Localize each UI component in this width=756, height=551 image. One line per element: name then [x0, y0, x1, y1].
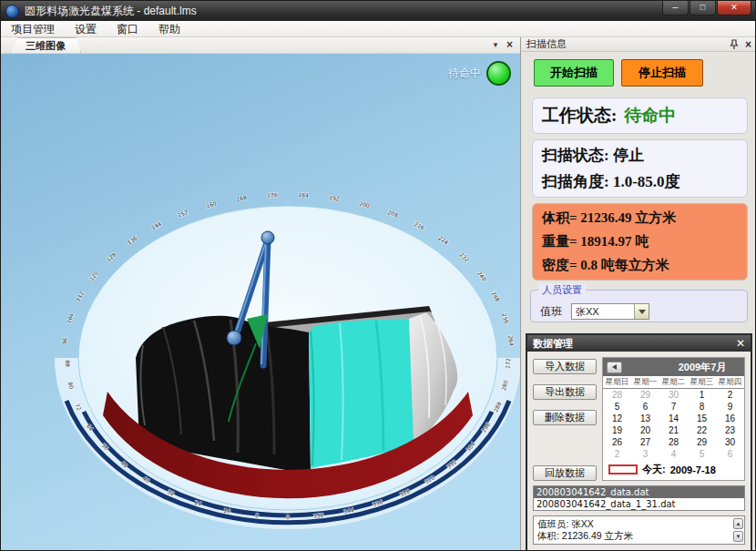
close-button[interactable]: ✕ — [717, 1, 751, 15]
stop-scan-button[interactable]: 停止扫描 — [621, 59, 703, 87]
window-title: 圆形料场激光盘煤系统 - default.lms — [25, 4, 661, 19]
angle-tick-label: 272 — [505, 358, 512, 369]
calendar-day[interactable]: 20 — [631, 424, 659, 436]
titlebar: 圆形料场激光盘煤系统 - default.lms ─ □ ✕ — [1, 1, 755, 21]
calendar-day[interactable]: 3 — [631, 448, 659, 460]
calendar-weekday: 星期三 — [688, 376, 716, 388]
calendar-day[interactable]: 6 — [631, 401, 659, 413]
data-panel-close-icon[interactable]: ✕ — [736, 338, 745, 349]
tab-list-dropdown-icon[interactable]: ▼ — [492, 41, 499, 49]
calendar-day[interactable]: 29 — [688, 436, 716, 448]
calendar-day[interactable]: 30 — [716, 436, 744, 448]
volume-line: 体积= 21236.49 立方米 — [542, 209, 738, 227]
import-data-button[interactable]: 导入数据 — [533, 359, 597, 374]
personnel-title: 人员设置 — [538, 283, 586, 297]
calendar-day[interactable]: 28 — [603, 389, 631, 401]
calendar-day[interactable]: 7 — [744, 448, 745, 460]
scan-info-panel: 扫描信息 × 开始扫描 停止扫描 工作状态: 待命中 扫描状态: 停止 扫描角度… — [520, 37, 756, 551]
calendar-day[interactable]: 10 — [744, 401, 745, 413]
viewport-status-text: 待命中 — [448, 66, 481, 81]
calendar-day[interactable]: 30 — [659, 389, 688, 401]
menu-settings[interactable]: 设置 — [65, 21, 107, 36]
calendar-weekday: 星期一 — [631, 376, 659, 388]
calendar-day[interactable]: 19 — [603, 424, 631, 436]
calendar-day[interactable]: 9 — [716, 401, 744, 413]
angle-tick-label: 352 — [313, 512, 324, 519]
scroll-up-button[interactable]: ▲ — [733, 518, 743, 529]
data-management-panel: 数据管理 ✕ 导入数据 导出数据 删除数据 回放数据 — [526, 333, 752, 551]
calendar-day[interactable]: 23 — [716, 424, 744, 436]
calendar-day[interactable]: 2 — [716, 389, 744, 401]
app-window: 圆形料场激光盘煤系统 - default.lms ─ □ ✕ 项目管理 设置 窗… — [0, 0, 756, 551]
today-label: 今天: — [642, 463, 666, 476]
duty-person-select[interactable]: 张XX — [571, 303, 649, 320]
calendar-day[interactable]: 31 — [744, 436, 745, 448]
calendar[interactable]: 2009年7月 星期日星期一星期二星期三星期四星期五星期六 2829301234… — [602, 357, 745, 481]
tab-3d-image[interactable]: 三维图像 — [10, 37, 81, 53]
data-file-item[interactable]: 200803041642_data.dat — [534, 486, 744, 498]
calendar-day[interactable]: 6 — [716, 448, 744, 460]
scan-angle-line: 扫描角度: 1.0-85.0度 — [542, 171, 738, 192]
today-marker-box — [608, 464, 638, 474]
3d-scene[interactable]: 0816243240485664728088961041121201281361… — [1, 54, 520, 551]
calendar-day[interactable]: 7 — [659, 401, 688, 413]
calendar-day[interactable]: 8 — [688, 401, 716, 413]
angle-tick-label: 0 — [286, 514, 290, 520]
menu-help[interactable]: 帮助 — [148, 21, 190, 36]
scroll-down-button[interactable]: ▼ — [733, 531, 743, 542]
calendar-weekday: 星期五 — [744, 376, 745, 388]
panel-close-icon[interactable]: × — [745, 38, 751, 51]
work-status-value: 待命中 — [624, 104, 676, 128]
pin-icon[interactable] — [730, 39, 739, 50]
calendar-day[interactable]: 4 — [659, 448, 688, 460]
replay-data-button[interactable]: 回放数据 — [533, 465, 597, 481]
chevron-down-icon[interactable] — [634, 304, 649, 319]
calendar-grid: 2829301234567891011121314151617181920212… — [603, 389, 745, 460]
calendar-day[interactable]: 29 — [631, 389, 659, 401]
start-scan-button[interactable]: 开始扫描 — [534, 59, 614, 87]
calendar-today-row: 今天: 2009-7-18 — [603, 460, 745, 476]
calendar-day[interactable]: 17 — [744, 413, 745, 424]
minimize-button[interactable]: ─ — [662, 1, 689, 15]
calendar-day[interactable]: 27 — [631, 436, 659, 448]
angle-tick-label: 176 — [267, 191, 278, 199]
calendar-prev-month-button[interactable] — [607, 362, 622, 373]
menu-window[interactable]: 窗口 — [107, 21, 148, 36]
menu-project[interactable]: 项目管理 — [1, 21, 65, 36]
record-info-line: 体积: 21236.49 立方米 — [537, 530, 732, 542]
calendar-day[interactable]: 15 — [688, 413, 716, 424]
calendar-day[interactable]: 3 — [744, 389, 745, 401]
weight-line: 重量= 18914.97 吨 — [542, 233, 738, 250]
calendar-day[interactable]: 22 — [688, 424, 716, 436]
work-status-label: 工作状态: — [542, 104, 617, 128]
calendar-day[interactable]: 12 — [603, 413, 631, 424]
calendar-day[interactable]: 2 — [603, 448, 631, 460]
duty-person-value: 张XX — [572, 305, 634, 319]
calendar-day[interactable]: 1 — [688, 389, 716, 401]
calendar-day[interactable]: 28 — [659, 436, 688, 448]
calendar-day[interactable]: 21 — [659, 424, 688, 436]
record-info-line: 值班员: 张XX — [537, 518, 732, 530]
maximize-button[interactable]: □ — [690, 1, 716, 15]
calendar-day[interactable]: 5 — [688, 448, 716, 460]
panel-title: 扫描信息 — [526, 37, 730, 51]
calendar-day[interactable]: 13 — [631, 413, 659, 424]
tab-close-icon[interactable]: × — [506, 39, 513, 50]
scan-status-line: 扫描状态: 停止 — [542, 145, 738, 166]
calendar-day[interactable]: 26 — [603, 436, 631, 448]
data-file-item[interactable]: 200803041642_data_1_31.dat — [534, 498, 744, 510]
personnel-groupbox: 人员设置 值班 张XX — [530, 290, 748, 322]
viewport-status-overlay: 待命中 — [448, 61, 511, 86]
density-line: 密度= 0.8 吨每立方米 — [542, 257, 738, 274]
delete-data-button[interactable]: 删除数据 — [533, 410, 597, 425]
calendar-day[interactable]: 5 — [603, 401, 631, 413]
export-data-button[interactable]: 导出数据 — [533, 384, 597, 400]
calendar-day[interactable]: 14 — [659, 413, 688, 424]
data-file-list[interactable]: 200803041642_data.dat200803041642_data_1… — [533, 485, 745, 511]
app-icon — [5, 5, 19, 18]
calendar-day[interactable]: 24 — [744, 424, 745, 436]
data-panel-title: 数据管理 — [533, 337, 736, 351]
3d-viewport[interactable]: 0816243240485664728088961041121201281361… — [1, 54, 520, 551]
calendar-day[interactable]: 16 — [716, 413, 744, 424]
duty-label: 值班 — [540, 304, 562, 320]
